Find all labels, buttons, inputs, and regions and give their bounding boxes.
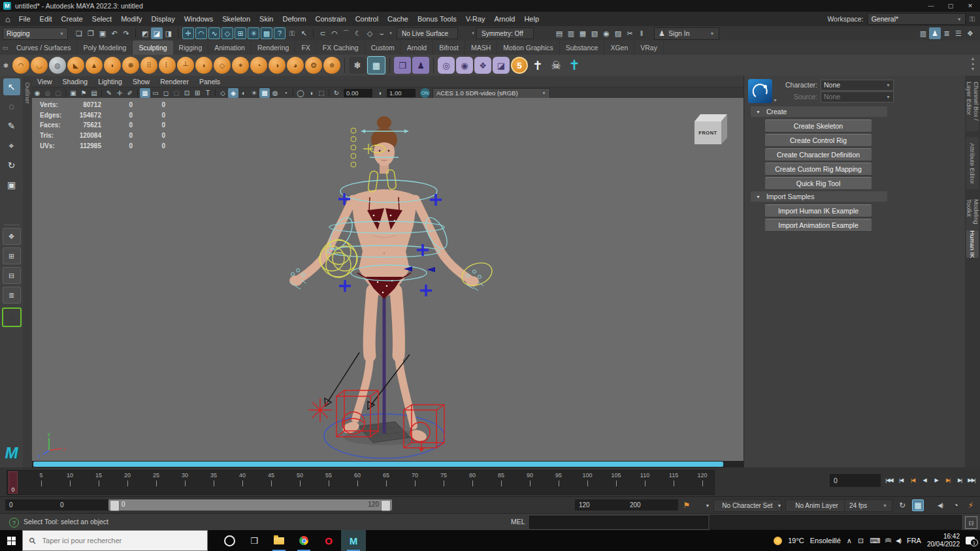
target-shelf-icon[interactable]: ◉ <box>456 57 473 74</box>
go-to-end-button[interactable]: ▶▶| <box>966 473 977 487</box>
V-Ray[interactable]: V-Ray <box>461 12 490 26</box>
rotate-tool[interactable]: ↻ <box>3 157 20 174</box>
grid-toggle-icon[interactable]: ▦ <box>140 88 150 98</box>
redo-icon[interactable]: ↷ <box>120 27 132 39</box>
repeat-tool-icon[interactable]: ⠇ <box>159 57 176 74</box>
vp-separator[interactable] <box>101 89 102 97</box>
Arnold[interactable]: Arnold <box>401 40 433 55</box>
XGen[interactable]: XGen <box>604 40 634 55</box>
scroll-up-icon[interactable]: ▲ <box>971 56 975 61</box>
workspace-lock-icon[interactable]: ⚿ <box>970 15 975 24</box>
playback-end-field[interactable]: 120 <box>575 499 627 511</box>
channel-box-toggle-icon[interactable]: ❖ <box>964 27 976 39</box>
Control[interactable]: Control <box>351 12 383 26</box>
Create Control Rig[interactable]: Create Control Rig <box>765 134 872 147</box>
MASH[interactable]: MASH <box>465 40 497 55</box>
Windows[interactable]: Windows <box>180 12 218 26</box>
fps-dropdown[interactable]: 24 fps ▼ <box>844 499 892 512</box>
freeze-tool-icon[interactable]: ❄ <box>323 57 340 74</box>
render-view-icon[interactable]: ▤ <box>553 27 565 39</box>
vp-separator[interactable] <box>215 89 216 97</box>
Help[interactable]: Help <box>519 12 544 26</box>
Curves / Surfaces[interactable]: Curves / Surfaces <box>10 40 77 55</box>
range-end-handle[interactable] <box>381 500 391 511</box>
taskbar-app-opera[interactable]: O <box>316 530 341 551</box>
pivot-icon[interactable]: ✛ <box>114 88 125 98</box>
select-object-icon[interactable]: ◪ <box>151 27 163 39</box>
live-surface-caret-icon[interactable]: ▾ <box>387 27 394 39</box>
smooth-curve-icon[interactable]: ⌣ <box>376 27 387 39</box>
character-set-dropdown[interactable]: No Character Set <box>713 499 781 512</box>
skull-icon[interactable]: ☠ <box>547 57 564 74</box>
snap-point-icon[interactable]: ∿ <box>208 27 220 39</box>
ipr-render-icon[interactable]: ▦ <box>577 27 589 39</box>
spine-control-dots[interactable] <box>351 128 356 167</box>
taskbar-app-cortana[interactable] <box>217 530 242 551</box>
output-operations-icon[interactable]: ◠ <box>329 27 340 39</box>
Deform[interactable]: Deform <box>278 12 311 26</box>
chevron-down-icon[interactable]: ▼ <box>773 98 777 102</box>
pause-viewport-icon[interactable]: ‖ <box>636 27 647 39</box>
Create[interactable]: Create <box>57 12 88 26</box>
tray-expand-icon[interactable]: ∧ <box>847 537 852 545</box>
vp-separator[interactable] <box>137 89 138 97</box>
make-live-icon[interactable]: ▩ <box>261 27 272 39</box>
color-management-on-icon[interactable]: ON <box>420 88 430 98</box>
notification-icon[interactable]: 1 <box>966 537 975 544</box>
taskbar-app-chrome[interactable] <box>291 530 316 551</box>
humanik-logo[interactable] <box>748 79 772 103</box>
xray-joints-icon[interactable]: ◑ <box>306 88 316 98</box>
toon-render-icon[interactable]: ◉ <box>600 27 612 39</box>
wax-tool-icon[interactable]: ◖ <box>195 57 212 74</box>
snap-grid-icon[interactable]: ✛ <box>182 27 194 39</box>
ao-icon[interactable]: ◍ <box>270 88 280 98</box>
layers-shelf-icon[interactable]: ❖ <box>474 57 491 74</box>
maximize-button[interactable]: ▢ <box>941 0 960 12</box>
evaluation-mode-icon[interactable]: ⚡ <box>965 499 977 511</box>
isolate-select-icon[interactable]: ⬚ <box>316 88 327 98</box>
safe-action-icon[interactable]: ⊞ <box>192 88 203 98</box>
symmetry-caret-icon[interactable]: ▾ <box>470 27 476 39</box>
mel-label[interactable]: MEL <box>511 518 525 526</box>
eraser-shelf-icon[interactable]: ◪ <box>493 57 510 74</box>
select-component-icon[interactable]: ◨ <box>163 27 174 39</box>
joint-size-icon[interactable]: ✐ <box>125 88 135 98</box>
freeze-all-icon[interactable]: ❄ <box>349 57 366 74</box>
render-sequence-icon[interactable]: ▨ <box>612 27 624 39</box>
search-input[interactable] <box>41 536 174 545</box>
cyan-figure-icon[interactable]: ✝ <box>566 57 583 74</box>
layout-two-pane[interactable]: ⊟ <box>3 267 21 284</box>
scroll-down-icon[interactable]: ▼ <box>971 67 975 71</box>
Edit[interactable]: Edit <box>35 12 57 26</box>
shadows-icon[interactable]: ▩ <box>259 88 270 98</box>
construction-history-icon[interactable]: ⌒ <box>340 27 352 39</box>
outliner-tab-label[interactable]: Outliner <box>24 82 31 104</box>
Display[interactable]: Display <box>147 12 180 26</box>
snap-view-plane-icon[interactable]: ⊞ <box>235 27 246 39</box>
scroll-dot-icon[interactable]: ● <box>972 61 974 66</box>
start-button[interactable] <box>0 530 22 551</box>
bookmark-icon[interactable]: ⚑ <box>78 88 89 98</box>
motion-blur-icon[interactable]: ◔ <box>280 88 291 98</box>
Import Animation Example[interactable]: Import Animation Example <box>765 219 872 232</box>
Attribute Editor[interactable]: Attribute Editor <box>966 137 979 189</box>
loop-playback-icon[interactable]: ↻ <box>896 499 908 511</box>
flatten-tool-icon[interactable]: ◗ <box>104 57 121 74</box>
Quick Rig Tool[interactable]: Quick Rig Tool <box>765 177 872 190</box>
use-all-lights-icon[interactable]: ☀ <box>249 88 259 98</box>
scrape-tool-icon[interactable]: ◇ <box>214 57 231 74</box>
cached-playback-icon[interactable]: ◔ <box>950 499 962 511</box>
imprint-tool-icon[interactable]: ┴ <box>177 57 194 74</box>
View[interactable]: View <box>32 78 57 86</box>
snap-surface-icon[interactable]: ✳ <box>248 27 259 39</box>
render-settings-icon[interactable]: ▧ <box>589 27 600 39</box>
lasso-tool[interactable]: ◌ <box>3 98 20 115</box>
attribute-editor-toggle-icon[interactable]: ≣ <box>941 27 953 39</box>
bulge-tool-icon[interactable]: ◕ <box>287 57 304 74</box>
snap-projected-center-icon[interactable]: ◇ <box>221 27 233 39</box>
history-toggle-icon[interactable]: ☾ <box>352 27 364 39</box>
animation-end-field[interactable]: 200 <box>626 499 678 511</box>
Human IK[interactable]: Human IK <box>966 230 979 258</box>
zoom-tool-button[interactable]: ⚲ <box>2 307 22 327</box>
home-icon[interactable]: ⌂ <box>5 14 10 24</box>
